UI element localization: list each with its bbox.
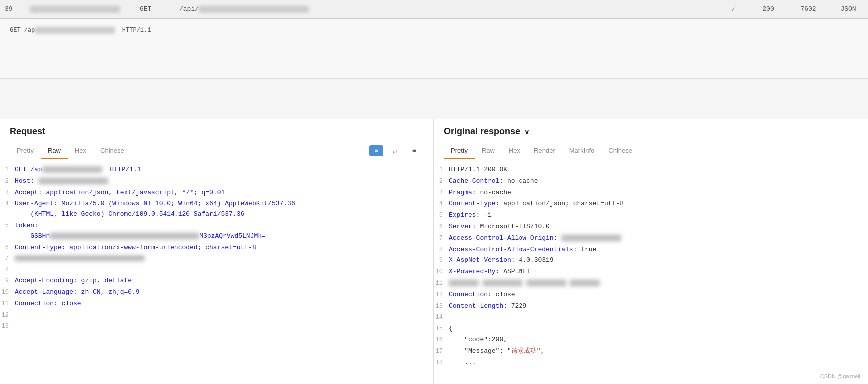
line-content-5: token: GSBHnM3pzAQrVwd5LNJMk= [15,221,433,242]
resp-line-num-9: 9 [434,256,449,265]
response-tabs: Pretty Raw Hex Render MarkInfo Chinese [434,143,868,159]
response-line-8: 8 Access-Control-Allow-Credentials: true [434,244,868,256]
menu-icon[interactable]: ≡ [407,145,421,156]
response-line-18: 18 ... [434,357,868,369]
response-size: 7602 [793,5,823,13]
line-content-4: User-Agent: Mozilla/5.0 (Windows NT 10.0… [15,199,433,220]
resp-line-num-17: 17 [434,346,449,356]
line-num-9: 9 [0,276,15,286]
request-line-13: 13 [0,321,433,332]
response-line-2: 2 Cache-Control: no-cache [434,176,868,187]
response-line-10: 10 X-Powered-By: ASP.NET [434,266,868,278]
response-line-14: 14 [434,312,868,323]
main-content: Request Pretty Raw Hex Chinese ≡ ↵ ≡ 1 G… [0,119,868,384]
response-line-5: 5 Expires: -1 [434,210,868,221]
response-line-16: 16 "code":200, [434,334,868,346]
line-num-3: 3 [0,188,15,198]
tab-raw-request[interactable]: Raw [41,143,68,159]
request-panel: Request Pretty Raw Hex Chinese ≡ ↵ ≡ 1 G… [0,119,434,384]
resp-line-content-5: Expires: -1 [449,210,868,221]
response-line-4: 4 Content-Type: application/json; charse… [434,198,868,210]
response-panel-header: Original response ∨ [434,119,868,143]
resp-line-num-14: 14 [434,312,449,322]
line-content-9: Accept-Encoding: gzip, deflate [15,276,433,286]
resp-line-num-11: 11 [434,278,449,288]
resp-line-content-15: { [449,324,868,334]
response-line-13: 13 Content-Length: 7229 [434,301,868,312]
tab-chinese-request[interactable]: Chinese [93,143,131,159]
resp-line-content-17: "Message": "请求成功", [449,346,868,357]
line-num-13: 13 [0,321,15,331]
resp-line-num-18: 18 [434,358,449,368]
tab-hex-request[interactable]: Hex [68,143,93,159]
resp-line-content-6: Server: Microsoft-IIS/10.0 [449,222,868,232]
resp-line-num-13: 13 [434,301,449,311]
raw-request-preview: GET /ap HTTP/1.1 [0,22,161,38]
request-line-7: 7 [0,253,433,264]
host-blurred [30,5,130,13]
line-content-11: Connection: close [15,299,433,309]
request-toolbar: ≡ ↵ ≡ [369,145,423,156]
tab-chinese-response[interactable]: Chinese [601,143,639,159]
resp-line-content-13: Content-Length: 7229 [449,301,868,312]
resp-line-content-3: Pragma: no-cache [449,188,868,198]
resp-line-content-10: X-Powered-By: ASP.NET [449,267,868,277]
resp-line-content-1: HTTP/1.1 200 OK [449,165,868,175]
response-dropdown-arrow[interactable]: ∨ [524,128,529,136]
request-line-11: 11 Connection: close [0,298,433,310]
status-code: 200 [753,5,783,13]
resp-line-num-16: 16 [434,335,449,345]
line-num-6: 6 [0,243,15,253]
line-num-1: 1 [0,165,15,175]
request-line-1: 1 GET /ap HTTP/1.1 [0,164,433,176]
resp-line-content-12: Connection: close [449,290,868,300]
tab-markinfo-response[interactable]: MarkInfo [562,143,602,159]
response-panel: Original response ∨ Pretty Raw Hex Rende… [434,119,868,384]
tab-pretty-response[interactable]: Pretty [444,143,475,159]
request-panel-title: Request [10,127,423,137]
tab-pretty-request[interactable]: Pretty [10,143,41,159]
response-line-1: 1 HTTP/1.1 200 OK [434,164,868,176]
resp-line-num-6: 6 [434,222,449,232]
line-num-8: 8 [0,265,15,275]
request-path: /api/ [179,5,713,13]
top-bar: 39 GET /api/ ✓ 200 7602 JSON [0,0,868,19]
resp-line-content-11 [449,278,868,289]
resp-line-num-7: 7 [434,233,449,243]
watermark: CSDN @gaynell [820,373,860,379]
response-panel-title: Original response ∨ [444,127,858,137]
request-line-4: 4 User-Agent: Mozilla/5.0 (Windows NT 10… [0,198,433,220]
line-num-2: 2 [0,176,15,186]
line-content-10: Accept-Language: zh-CN, zh;q=0.9 [15,287,433,298]
line-num-5: 5 [0,221,15,231]
resp-line-num-5: 5 [434,210,449,220]
line-content-7 [15,254,433,264]
tab-render-response[interactable]: Render [527,143,562,159]
response-line-9: 9 X-AspNet-Version: 4.0.30319 [434,255,868,266]
line-content-6: Content-Type: application/x-www-form-url… [15,243,433,253]
response-type: JSON [833,5,863,13]
line-num-10: 10 [0,287,15,297]
resp-line-num-4: 4 [434,199,449,209]
resp-line-content-2: Cache-Control: no-cache [449,176,868,187]
response-line-11: 11 [434,278,868,289]
http-method: GET [140,5,170,13]
newline-icon[interactable]: ↵ [388,145,402,156]
request-line-12: 12 [0,310,433,321]
response-line-7: 7 Access-Control-Allow-Origin: [434,233,868,244]
response-line-15: 15 { [434,323,868,335]
list-icon[interactable]: ≡ [369,145,383,156]
resp-line-content-7: Access-Control-Allow-Origin: [449,233,868,244]
line-content-1: GET /ap HTTP/1.1 [15,165,433,175]
resp-line-content-8: Access-Control-Allow-Credentials: true [449,245,868,255]
request-panel-header: Request [0,119,433,143]
resp-line-content-18: ... [449,358,868,368]
resp-line-content-4: Content-Type: application/json; charset=… [449,199,868,209]
line-num-12: 12 [0,310,15,320]
tab-hex-response[interactable]: Hex [502,143,527,159]
request-line-6: 6 Content-Type: application/x-www-form-u… [0,242,433,254]
request-line-3: 3 Accept: application/json, text/javascr… [0,187,433,199]
request-line-5: 5 token: GSBHnM3pzAQrVwd5LNJMk= [0,220,433,242]
top-section: GET /ap HTTP/1.1 [0,19,868,79]
tab-raw-response[interactable]: Raw [475,143,502,159]
